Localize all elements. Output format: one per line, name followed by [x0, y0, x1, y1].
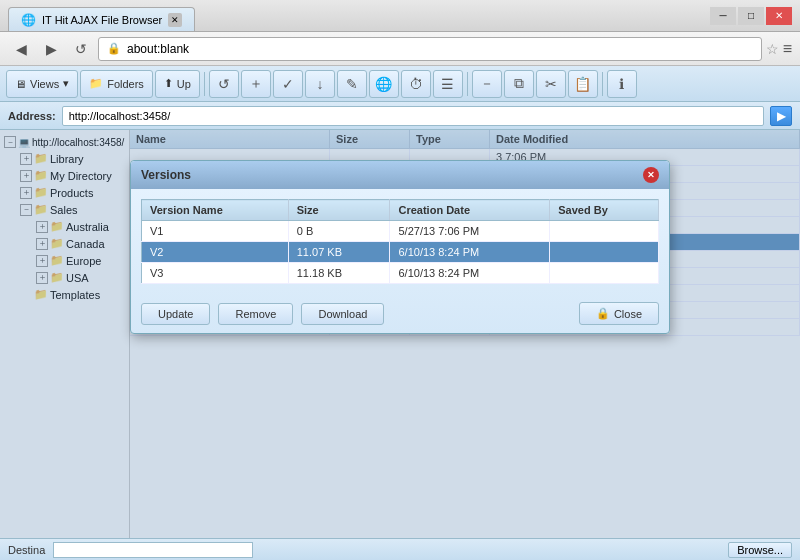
dialog-content: Version Name Size Creation Date Saved By… — [131, 189, 669, 294]
cut-button[interactable]: ✂ — [536, 70, 566, 98]
page-icon: 🔒 — [107, 42, 121, 55]
app-toolbar: 🖥 Views ▾ 📁 Folders ⬆ Up ↺ ＋ ✓ ↓ ✎ 🌐 ⏱ ☰… — [0, 66, 800, 102]
modal-overlay: Versions ✕ Version Name Size Creation Da… — [0, 130, 800, 538]
up-button[interactable]: ⬆ Up — [155, 70, 200, 98]
browser-address-bar: 🔒 — [98, 37, 762, 61]
toolbar-separator-2 — [467, 72, 468, 96]
nav-bar: ◀ ▶ ↺ 🔒 ☆ ≡ — [0, 32, 800, 66]
url-input[interactable] — [127, 42, 753, 56]
dropdown-arrow: ▾ — [63, 77, 69, 90]
update-button[interactable]: Update — [141, 303, 210, 325]
versions-table: Version Name Size Creation Date Saved By… — [141, 199, 659, 284]
tab-icon: 🌐 — [21, 13, 36, 27]
tab-label: IT Hit AJAX File Browser — [42, 14, 162, 26]
v1-date: 5/27/13 7:06 PM — [390, 221, 550, 242]
version-row-v3[interactable]: V3 11.18 KB 6/10/13 8:24 PM — [142, 263, 659, 284]
edit-button[interactable]: ✎ — [337, 70, 367, 98]
versions-header-row: Version Name Size Creation Date Saved By — [142, 200, 659, 221]
copy-button[interactable]: ⧉ — [504, 70, 534, 98]
remove-button[interactable]: － — [472, 70, 502, 98]
dialog-title-bar: Versions ✕ — [131, 161, 669, 189]
back-button[interactable]: ◀ — [8, 37, 34, 61]
window-controls: ─ □ ✕ — [710, 7, 792, 25]
toolbar-separator-1 — [204, 72, 205, 96]
col-creation-date: Creation Date — [390, 200, 550, 221]
download-button[interactable]: ↓ — [305, 70, 335, 98]
menu-icon[interactable]: ≡ — [783, 40, 792, 58]
main-area: － 💻 http://localhost:3458/ ＋ 📁 Library ＋… — [0, 130, 800, 538]
close-window-button[interactable]: ✕ — [766, 7, 792, 25]
status-bar: Destina Browse... — [0, 538, 800, 560]
history-button[interactable]: ⏱ — [401, 70, 431, 98]
browse-button[interactable]: Browse... — [728, 542, 792, 558]
address-row: Address: ▶ — [0, 102, 800, 130]
toolbar-separator-3 — [602, 72, 603, 96]
v2-date: 6/10/13 8:24 PM — [390, 242, 550, 263]
download-button[interactable]: Download — [301, 303, 384, 325]
col-version-size: Size — [288, 200, 390, 221]
title-bar: 🌐 IT Hit AJAX File Browser ✕ ─ □ ✕ — [0, 0, 800, 32]
v3-saved-by — [550, 263, 659, 284]
v2-saved-by — [550, 242, 659, 263]
info-button[interactable]: ℹ — [607, 70, 637, 98]
folder-icon: 📁 — [89, 77, 103, 90]
destination-label: Destina — [8, 544, 45, 556]
v3-version: V3 — [142, 263, 289, 284]
v1-size: 0 B — [288, 221, 390, 242]
v2-size: 11.07 KB — [288, 242, 390, 263]
monitor-icon: 🖥 — [15, 78, 26, 90]
folders-button[interactable]: 📁 Folders — [80, 70, 153, 98]
address-label: Address: — [8, 110, 56, 122]
col-saved-by: Saved By — [550, 200, 659, 221]
v2-version: V2 — [142, 242, 289, 263]
refresh-files-button[interactable]: ↺ — [209, 70, 239, 98]
versions-dialog: Versions ✕ Version Name Size Creation Da… — [130, 160, 670, 334]
list-button[interactable]: ☰ — [433, 70, 463, 98]
check-button[interactable]: ✓ — [273, 70, 303, 98]
web-button[interactable]: 🌐 — [369, 70, 399, 98]
dialog-title: Versions — [141, 168, 191, 182]
new-folder-button[interactable]: ＋ — [241, 70, 271, 98]
address-input[interactable] — [62, 106, 764, 126]
v1-saved-by — [550, 221, 659, 242]
v1-version: V1 — [142, 221, 289, 242]
dialog-close-button[interactable]: ✕ — [643, 167, 659, 183]
bookmark-icon[interactable]: ☆ — [766, 41, 779, 57]
tab-close-btn[interactable]: ✕ — [168, 13, 182, 27]
version-row-v2[interactable]: V2 11.07 KB 6/10/13 8:24 PM — [142, 242, 659, 263]
refresh-button[interactable]: ↺ — [68, 37, 94, 61]
col-version-name: Version Name — [142, 200, 289, 221]
forward-button[interactable]: ▶ — [38, 37, 64, 61]
browser-tab[interactable]: 🌐 IT Hit AJAX File Browser ✕ — [8, 7, 195, 31]
address-go-button[interactable]: ▶ — [770, 106, 792, 126]
up-icon: ⬆ — [164, 77, 173, 90]
maximize-button[interactable]: □ — [738, 7, 764, 25]
v3-size: 11.18 KB — [288, 263, 390, 284]
close-lock-icon: 🔒 — [596, 307, 610, 320]
minimize-button[interactable]: ─ — [710, 7, 736, 25]
tab-area: 🌐 IT Hit AJAX File Browser ✕ — [8, 0, 195, 31]
v3-date: 6/10/13 8:24 PM — [390, 263, 550, 284]
views-button[interactable]: 🖥 Views ▾ — [6, 70, 78, 98]
remove-button[interactable]: Remove — [218, 303, 293, 325]
destination-input[interactable] — [53, 542, 253, 558]
version-row-v1[interactable]: V1 0 B 5/27/13 7:06 PM — [142, 221, 659, 242]
dialog-footer: Update Remove Download 🔒 Close — [131, 294, 669, 333]
close-button[interactable]: 🔒 Close — [579, 302, 659, 325]
paste-button[interactable]: 📋 — [568, 70, 598, 98]
